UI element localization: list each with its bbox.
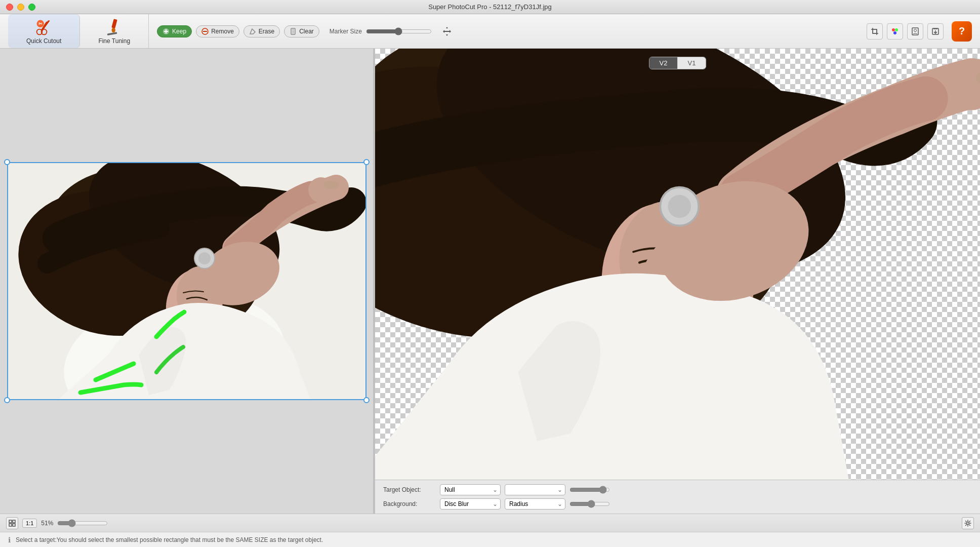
inline-controls: Keep Remove Erase Clear Marker Siz bbox=[149, 24, 867, 38]
quick-cutout-label: Quick Cutout bbox=[26, 37, 61, 45]
main-content: V2 V1 bbox=[0, 49, 980, 514]
svg-rect-54 bbox=[13, 524, 15, 526]
background-slider[interactable] bbox=[569, 500, 610, 508]
crop-icon bbox=[871, 27, 879, 35]
background-row: Background: Disc Blur Radius bbox=[383, 498, 972, 510]
minus-circle-icon bbox=[201, 28, 209, 35]
svg-rect-51 bbox=[9, 520, 12, 523]
svg-rect-19 bbox=[873, 29, 877, 33]
settings-icon bbox=[964, 520, 971, 527]
clear-button[interactable]: Clear bbox=[284, 25, 319, 37]
image-container[interactable] bbox=[7, 162, 366, 400]
remove-button[interactable]: Remove bbox=[196, 25, 239, 37]
svg-point-55 bbox=[967, 522, 969, 524]
svg-point-22 bbox=[893, 31, 896, 34]
target-object-slider[interactable] bbox=[569, 486, 610, 494]
preview-svg bbox=[375, 49, 980, 480]
target-object-extra-select bbox=[505, 484, 565, 495]
zoom-slider[interactable] bbox=[57, 519, 108, 527]
traffic-lights[interactable] bbox=[6, 4, 35, 11]
left-panel bbox=[0, 49, 373, 514]
clear-icon bbox=[290, 28, 297, 35]
svg-rect-52 bbox=[13, 520, 15, 523]
plus-circle-icon bbox=[162, 28, 170, 35]
target-object-select[interactable]: Null bbox=[440, 484, 501, 495]
svg-point-20 bbox=[892, 28, 895, 31]
keep-button[interactable]: Keep bbox=[157, 25, 192, 37]
background-effect-wrapper: Disc Blur bbox=[440, 498, 501, 510]
quick-cutout-button[interactable]: ✂ Quick Cutout bbox=[18, 14, 69, 49]
erase-button[interactable]: Erase bbox=[243, 25, 280, 37]
bottom-controls: Target Object: Null Back bbox=[375, 480, 980, 514]
target-object-row: Target Object: Null bbox=[383, 484, 972, 495]
marker-size-slider[interactable] bbox=[366, 27, 432, 35]
color-icon bbox=[891, 27, 899, 35]
version-toggle: V2 V1 bbox=[649, 57, 707, 69]
info-text: Select a target:You should select the sm… bbox=[16, 536, 323, 543]
save-icon-button[interactable] bbox=[927, 23, 944, 40]
title-bar: Super PhotoCut Pro - 52112_f7yD31Jf.jpg bbox=[0, 0, 980, 14]
target-extra-select[interactable] bbox=[505, 484, 565, 495]
radius-select[interactable]: Radius bbox=[505, 498, 565, 510]
erase-label: Erase bbox=[259, 28, 274, 35]
portrait-icon-button[interactable] bbox=[907, 23, 923, 40]
v1-button[interactable]: V1 bbox=[678, 57, 706, 69]
fine-tuning-section[interactable]: Fine Tuning bbox=[80, 14, 149, 48]
brush-icon bbox=[105, 18, 124, 36]
handle-bottom-left[interactable] bbox=[4, 397, 10, 403]
svg-point-38 bbox=[198, 252, 211, 264]
svg-point-21 bbox=[895, 28, 898, 31]
handle-bottom-right[interactable] bbox=[363, 397, 370, 403]
target-object-label: Target Object: bbox=[383, 486, 434, 493]
handle-top-right[interactable] bbox=[363, 159, 370, 165]
svg-point-7 bbox=[111, 27, 115, 32]
maximize-button[interactable] bbox=[28, 4, 35, 11]
svg-rect-53 bbox=[9, 524, 12, 526]
background-effect-select[interactable]: Disc Blur bbox=[440, 498, 501, 510]
crop-icon-button[interactable] bbox=[867, 23, 883, 40]
preview-area: V2 V1 bbox=[375, 49, 980, 480]
svg-rect-6 bbox=[111, 19, 117, 28]
status-right bbox=[962, 517, 974, 529]
help-button[interactable]: ? bbox=[952, 21, 972, 42]
quick-cutout-section[interactable]: ✂ Quick Cutout bbox=[8, 14, 80, 48]
portrait-icon bbox=[911, 27, 919, 35]
minimize-button[interactable] bbox=[17, 4, 24, 11]
color-icon-button[interactable] bbox=[887, 23, 903, 40]
svg-marker-14 bbox=[250, 29, 255, 34]
marker-size-label: Marker Size bbox=[330, 28, 362, 35]
fit-icon bbox=[9, 520, 16, 527]
zoom-1-to-1-button[interactable]: 1:1 bbox=[22, 519, 37, 528]
target-object-select-wrapper: Null bbox=[440, 484, 501, 495]
info-icon: ℹ bbox=[8, 536, 11, 544]
photo-area bbox=[7, 162, 366, 400]
zoom-controls: 1:1 51% bbox=[6, 517, 108, 529]
handle-top-left[interactable] bbox=[4, 159, 10, 165]
v2-button[interactable]: V2 bbox=[649, 57, 678, 69]
window-title: Super PhotoCut Pro - 52112_f7yD31Jf.jpg bbox=[428, 3, 552, 11]
clear-label: Clear bbox=[299, 28, 314, 35]
background-label: Background: bbox=[383, 500, 434, 507]
right-tools bbox=[867, 23, 944, 40]
save-icon bbox=[931, 27, 940, 35]
svg-point-24 bbox=[914, 29, 917, 31]
eraser-icon bbox=[249, 28, 256, 35]
fine-tuning-label: Fine Tuning bbox=[98, 37, 130, 45]
photo-svg bbox=[7, 162, 366, 400]
keep-label: Keep bbox=[172, 28, 186, 35]
svg-text:✂: ✂ bbox=[38, 21, 42, 26]
scissors-icon: ✂ bbox=[35, 18, 53, 36]
remove-label: Remove bbox=[211, 28, 234, 35]
close-button[interactable] bbox=[6, 4, 13, 11]
status-bar: 1:1 51% bbox=[0, 514, 980, 532]
fit-view-button[interactable] bbox=[6, 517, 18, 529]
svg-point-35 bbox=[323, 181, 339, 189]
right-panel: V2 V1 bbox=[375, 49, 980, 514]
move-tool-button[interactable] bbox=[440, 24, 454, 38]
zoom-percent-label: 51% bbox=[41, 520, 53, 527]
svg-point-49 bbox=[668, 195, 691, 218]
radius-select-wrapper: Radius bbox=[505, 498, 565, 510]
settings-button[interactable] bbox=[962, 517, 974, 529]
info-bar: ℹ Select a target:You should select the … bbox=[0, 532, 980, 547]
fine-tuning-button[interactable]: Fine Tuning bbox=[90, 14, 138, 49]
